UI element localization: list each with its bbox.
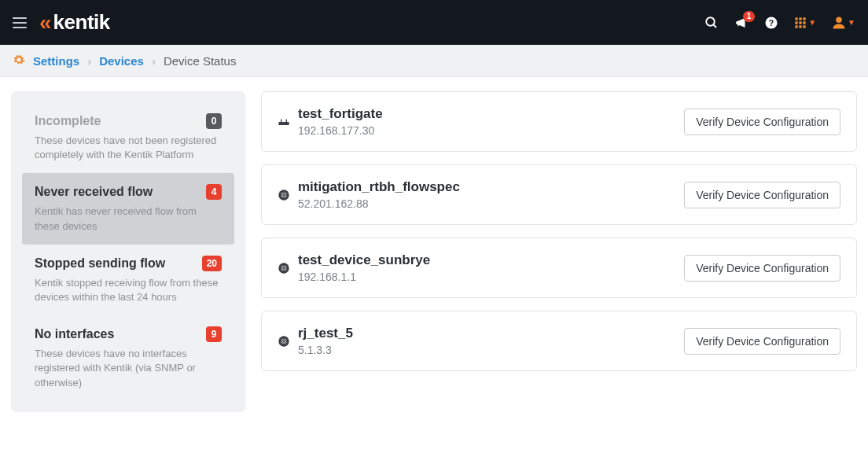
user-icon [832, 16, 846, 30]
content: Incomplete 0 These devices have not been… [0, 77, 868, 426]
device-ip: 192.168.177.30 [298, 124, 684, 137]
device-row: test_fortigate 192.168.177.30 Verify Dev… [261, 91, 857, 152]
device-name: rj_test_5 [298, 326, 684, 341]
device-ip: 192.168.1.1 [298, 271, 684, 283]
svg-point-19 [278, 336, 289, 346]
count-badge: 4 [206, 184, 222, 200]
svg-point-18 [278, 263, 289, 273]
sidebar-item-desc: Kentik stopped receiving flow from these… [35, 276, 222, 304]
sidebar-item-never-received[interactable]: Never received flow 4 Kentik has never r… [22, 173, 234, 244]
verify-config-button[interactable]: Verify Device Configuration [684, 182, 840, 208]
status-sidebar: Incomplete 0 These devices have not been… [11, 91, 245, 412]
svg-point-0 [706, 17, 715, 26]
brand-logo[interactable]: « kentik [39, 10, 110, 35]
svg-rect-6 [804, 17, 806, 20]
count-badge: 0 [206, 113, 222, 129]
sidebar-item-title: Never received flow [35, 185, 153, 199]
svg-rect-10 [796, 25, 798, 28]
count-badge: 9 [206, 326, 222, 342]
router-icon [278, 262, 298, 274]
svg-rect-4 [796, 17, 798, 20]
breadcrumb: Settings › Devices › Device Status [0, 45, 868, 77]
search-icon [704, 16, 719, 30]
device-row: mitigation_rtbh_flowspec 52.201.162.88 V… [261, 164, 857, 225]
device-name: test_device_sunbrye [298, 252, 684, 268]
verify-config-button[interactable]: Verify Device Configuration [684, 109, 840, 135]
brand-name: kentik [53, 10, 110, 35]
sidebar-item-desc: These devices have no interfaces registe… [35, 347, 222, 390]
svg-point-13 [836, 17, 842, 23]
search-button[interactable] [704, 16, 719, 30]
device-row: test_device_sunbrye 192.168.1.1 Verify D… [261, 238, 857, 298]
device-ip: 52.201.162.88 [298, 197, 684, 210]
sidebar-item-title: No interfaces [35, 327, 114, 341]
svg-rect-12 [804, 25, 806, 28]
svg-rect-14 [278, 122, 289, 125]
svg-text:?: ? [769, 17, 774, 27]
count-badge: 20 [202, 256, 222, 271]
chevron-right-icon: › [152, 54, 156, 68]
sidebar-item-incomplete[interactable]: Incomplete 0 These devices have not been… [22, 102, 234, 173]
sidebar-item-stopped-sending[interactable]: Stopped sending flow 20 Kentik stopped r… [22, 245, 234, 315]
svg-rect-11 [800, 25, 802, 28]
top-nav-left: « kentik [13, 10, 110, 35]
notification-badge: 1 [743, 11, 756, 22]
verify-config-button[interactable]: Verify Device Configuration [684, 328, 840, 355]
router-icon [278, 189, 298, 201]
top-nav-right: 1 ? ▼ ▼ [704, 16, 855, 30]
chevron-down-icon: ▼ [848, 18, 855, 27]
svg-rect-9 [804, 21, 806, 24]
verify-config-button[interactable]: Verify Device Configuration [684, 255, 840, 282]
breadcrumb-devices[interactable]: Devices [99, 54, 144, 68]
svg-rect-15 [281, 119, 281, 121]
svg-rect-16 [286, 119, 287, 121]
sidebar-item-title: Stopped sending flow [35, 256, 165, 271]
sidebar-item-no-interfaces[interactable]: No interfaces 9 These devices have no in… [22, 315, 234, 401]
breadcrumb-current: Device Status [164, 54, 237, 68]
notifications-button[interactable]: 1 [734, 16, 748, 30]
sidebar-item-desc: Kentik has never received flow from thes… [35, 204, 222, 233]
top-nav: « kentik 1 ? ▼ ▼ [0, 0, 868, 45]
svg-point-17 [278, 190, 289, 200]
device-name: test_fortigate [298, 106, 684, 122]
device-list: test_fortigate 192.168.177.30 Verify Dev… [261, 91, 857, 412]
svg-rect-5 [800, 17, 802, 20]
device-row: rj_test_5 5.1.3.3 Verify Device Configur… [261, 311, 857, 371]
logo-mark-icon: « [39, 10, 50, 35]
apps-menu-button[interactable]: ▼ [794, 17, 816, 29]
svg-rect-7 [796, 21, 798, 24]
firewall-icon [278, 116, 298, 128]
svg-rect-8 [800, 21, 802, 24]
svg-line-1 [713, 24, 716, 28]
grid-icon [794, 17, 807, 29]
user-menu-button[interactable]: ▼ [832, 16, 855, 30]
help-icon: ? [764, 16, 778, 30]
device-ip: 5.1.3.3 [298, 344, 684, 356]
gear-icon [13, 53, 25, 68]
sidebar-item-title: Incomplete [35, 114, 101, 128]
router-icon [278, 335, 298, 348]
help-button[interactable]: ? [764, 16, 778, 30]
chevron-right-icon: › [87, 54, 91, 68]
sidebar-item-desc: These devices have not been registered c… [35, 134, 222, 162]
chevron-down-icon: ▼ [808, 18, 816, 27]
breadcrumb-settings[interactable]: Settings [33, 54, 79, 68]
menu-toggle-button[interactable] [13, 17, 27, 28]
device-name: mitigation_rtbh_flowspec [298, 179, 684, 195]
